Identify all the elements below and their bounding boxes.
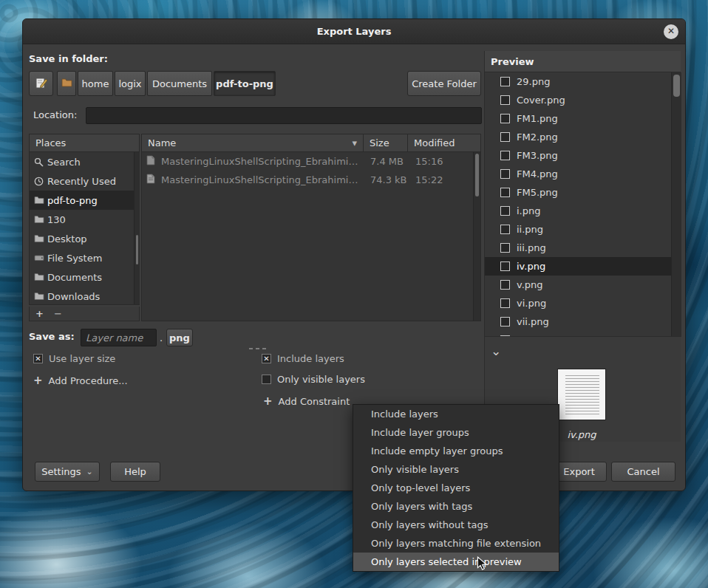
use-layer-size-checkbox[interactable]: ✕ (33, 354, 43, 363)
file-list-scrollbar[interactable] (473, 152, 480, 321)
preview-row[interactable]: FM5.png (485, 183, 671, 202)
preview-label: ii.png (517, 224, 543, 235)
add-bookmark-button[interactable]: + (35, 308, 44, 319)
help-button[interactable]: Help (110, 462, 160, 482)
column-header-name[interactable]: Name ▾ (142, 134, 364, 152)
places-item-label: 130 (47, 214, 66, 225)
preview-label: vii.png (517, 316, 549, 327)
breadcrumb-item-logix[interactable]: logix (115, 71, 146, 96)
preview-row-partial[interactable] (485, 331, 671, 337)
menu-item-only-layers-with-tags[interactable]: Only layers with tags (353, 497, 559, 516)
file-list-scrollbar-thumb[interactable] (475, 154, 479, 196)
preview-checkbox[interactable] (500, 261, 510, 271)
only-visible-layers-option[interactable]: Only visible layers (262, 374, 365, 385)
only-visible-layers-checkbox[interactable] (262, 375, 271, 384)
preview-checkbox[interactable] (500, 77, 510, 86)
breadcrumb-item-home[interactable]: home (78, 71, 113, 96)
dialog-titlebar[interactable]: Export Layers ✕ (23, 19, 685, 44)
places-item-recently-used[interactable]: Recently Used (30, 171, 139, 191)
preview-row[interactable]: vi.png (485, 294, 671, 312)
preview-checkbox[interactable] (500, 280, 510, 290)
export-button[interactable]: Export (551, 462, 607, 482)
menu-item-only-layers-selected-in-preview[interactable]: Only layers selected in preview (353, 553, 559, 571)
constraint-menu: Include layers Include layer groups Incl… (353, 404, 559, 572)
close-button[interactable]: ✕ (664, 24, 678, 39)
places-item-documents[interactable]: Documents (30, 267, 139, 287)
preview-checkbox[interactable] (500, 243, 510, 253)
places-item-search[interactable]: Search (30, 152, 139, 171)
thumbnail-page-lines (565, 375, 599, 415)
preview-checkbox[interactable] (500, 335, 510, 337)
preview-row[interactable]: FM4.png (485, 165, 671, 183)
places-item-desktop[interactable]: Desktop (30, 229, 139, 248)
menu-item-only-layers-matching-file-extension[interactable]: Only layers matching file extension (353, 534, 559, 553)
preview-scrollbar[interactable] (671, 72, 681, 337)
breadcrumb-root-segment[interactable] (57, 71, 76, 96)
places-item-downloads[interactable]: Downloads (30, 287, 139, 306)
menu-item-only-layers-without-tags[interactable]: Only layers without tags (353, 516, 559, 534)
menu-item-only-visible-layers[interactable]: Only visible layers (353, 460, 559, 479)
close-icon: ✕ (667, 26, 675, 36)
column-header-modified[interactable]: Modified (408, 134, 480, 152)
preview-scrollbar-thumb[interactable] (673, 75, 680, 97)
remove-bookmark-button[interactable]: − (54, 308, 62, 319)
preview-checkbox[interactable] (500, 317, 510, 327)
preview-row[interactable]: iii.png (485, 239, 671, 257)
file-size: 74.3 kB (365, 174, 409, 185)
preview-row[interactable]: FM1.png (485, 109, 671, 128)
preview-checkbox[interactable] (500, 188, 510, 197)
preview-row[interactable]: Cover.png (485, 91, 671, 109)
preview-checkbox[interactable] (500, 225, 510, 234)
preview-checkbox[interactable] (500, 95, 510, 105)
type-filename-toggle-button[interactable] (29, 71, 53, 96)
preview-row[interactable]: FM3.png (485, 146, 671, 165)
export-label: Export (563, 466, 595, 477)
settings-button[interactable]: Settings ⌄ (35, 462, 100, 482)
breadcrumb-label: Documents (152, 78, 207, 89)
file-row[interactable]: MasteringLinuxShellScripting_Ebrahimi… 7… (142, 171, 480, 189)
layer-name-input[interactable] (81, 329, 157, 346)
create-folder-button[interactable]: Create Folder (407, 71, 481, 96)
preview-checkbox[interactable] (500, 298, 510, 308)
menu-item-include-empty-layer-groups[interactable]: Include empty layer groups (353, 442, 559, 460)
pencil-icon (35, 76, 48, 92)
places-item-pdf-to-png[interactable]: pdf-to-png (30, 191, 139, 210)
preview-row-selected[interactable]: iv.png (485, 257, 671, 276)
menu-item-only-top-level-layers[interactable]: Only top-level layers (353, 479, 559, 497)
preview-expander[interactable]: ⌄ (491, 343, 501, 358)
preview-checkbox[interactable] (500, 132, 510, 142)
include-layers-option[interactable]: ✕ Include layers (262, 353, 344, 364)
preview-row[interactable]: ii.png (485, 220, 671, 239)
places-scrollbar[interactable] (134, 152, 140, 304)
preview-row[interactable]: v.png (485, 276, 671, 294)
menu-item-include-layers[interactable]: Include layers (353, 405, 559, 423)
cancel-button[interactable]: Cancel (611, 462, 675, 482)
preview-row[interactable]: i.png (485, 202, 671, 220)
places-scrollbar-thumb[interactable] (136, 235, 138, 264)
breadcrumb-item-documents[interactable]: Documents (147, 71, 212, 96)
file-row[interactable]: MasteringLinuxShellScripting_Ebrahimi… 7… (142, 152, 480, 171)
preview-checkbox[interactable] (500, 169, 510, 179)
column-header-size[interactable]: Size (364, 134, 408, 152)
preview-checkbox[interactable] (500, 114, 510, 123)
places-item-label: Documents (47, 272, 102, 283)
add-constraint-button[interactable]: + Add Constraint (263, 394, 350, 408)
preview-row[interactable]: FM2.png (485, 128, 671, 146)
menu-item-include-layer-groups[interactable]: Include layer groups (353, 423, 559, 442)
location-input[interactable] (86, 107, 482, 124)
desktop-wallpaper: Export Layers ✕ Save in folder: home log… (0, 0, 708, 588)
add-procedure-button[interactable]: + Add Procedure... (33, 374, 128, 387)
places-item-file-system[interactable]: File System (30, 248, 139, 267)
extension-button[interactable]: png (166, 329, 193, 346)
preview-checkbox[interactable] (500, 151, 510, 160)
use-layer-size-option[interactable]: ✕ Use layer size (33, 353, 115, 364)
preview-label: iv.png (517, 261, 545, 272)
include-layers-checkbox[interactable]: ✕ (262, 354, 271, 363)
places-item-130[interactable]: 130 (30, 210, 139, 229)
preview-row[interactable]: 29.png (485, 72, 671, 91)
preview-row[interactable]: vii.png (485, 312, 671, 331)
paned-grip[interactable] (249, 342, 269, 353)
preview-checkbox[interactable] (500, 206, 510, 216)
help-label: Help (124, 466, 146, 477)
breadcrumb-item-pdf-to-png[interactable]: pdf-to-png (214, 71, 276, 96)
